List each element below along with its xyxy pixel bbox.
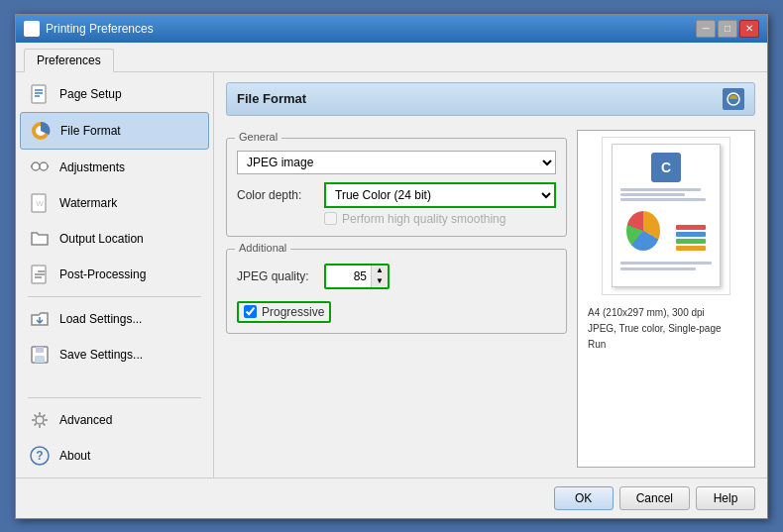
sidebar-label-output-location: Output Location [59,232,144,246]
main-panel: File Format General JPEG image PNG image [214,72,767,478]
ok-button[interactable]: OK [554,486,614,510]
sidebar-label-advanced: Advanced [59,413,112,427]
cancel-button[interactable]: Cancel [619,486,690,510]
svg-rect-0 [32,85,46,103]
general-group: General JPEG image PNG image BMP image T… [226,138,567,237]
watermark-icon: W [28,191,52,215]
svg-text:W: W [36,199,44,208]
adjustments-icon [28,156,52,179]
spinbox-down-button[interactable]: ▼ [372,276,388,287]
post-processing-icon [28,263,52,286]
sidebar-item-save-settings[interactable]: Save Settings... [20,337,209,372]
smoothing-checkbox[interactable] [324,212,337,225]
general-legend: General [235,131,281,143]
progressive-label: Progressive [262,305,324,319]
color-depth-select[interactable]: True Color (24 bit) Grayscale (8 bit) Bl… [324,182,556,208]
about-icon: ? [28,444,52,468]
panel-header: File Format [226,82,755,116]
preview-info-line-3: Run [588,337,744,353]
sidebar-item-post-processing[interactable]: Post-Processing [20,257,209,292]
jpeg-quality-spinbox: 85 ▲ ▼ [324,264,390,289]
svg-rect-14 [35,356,45,363]
smoothing-row: Perform high quality smoothing [237,212,556,226]
sidebar: Page Setup File Format Adjustments W Wat… [16,72,214,478]
save-settings-icon [28,343,52,367]
color-depth-row: Color depth: True Color (24 bit) Graysca… [237,182,556,208]
tab-preferences[interactable]: Preferences [24,49,114,72]
preview-panel: C [577,130,755,468]
format-select[interactable]: JPEG image PNG image BMP image TIFF imag… [237,151,556,174]
progressive-container: Progressive [237,295,556,323]
spinbox-up-button[interactable]: ▲ [372,266,388,276]
tabs-bar: Preferences [16,43,767,72]
preview-info-line-1: A4 (210x297 mm), 300 dpi [588,305,744,321]
content-area: Page Setup File Format Adjustments W Wat… [16,72,767,478]
doc-logo: C [651,153,681,182]
bottom-bar: OK Cancel Help [16,478,767,518]
title-bar: 🖨 Printing Preferences ─ □ ✕ [16,15,767,43]
preview-image: C [602,137,730,295]
color-depth-label: Color depth: [237,188,316,202]
preview-page: C [612,144,721,287]
sidebar-separator-1 [28,296,201,297]
sidebar-label-adjustments: Adjustments [59,160,125,174]
sidebar-item-adjustments[interactable]: Adjustments [20,150,209,185]
doc-icon-top: C [613,145,720,186]
jpeg-quality-label: JPEG quality: [237,269,316,283]
sidebar-item-page-setup[interactable]: Page Setup [20,76,209,112]
sidebar-item-output-location[interactable]: Output Location [20,221,209,257]
svg-point-15 [36,416,44,424]
jpeg-quality-input[interactable]: 85 [326,266,371,287]
preview-info-line-2: JPEG, True color, Single-page [588,321,744,337]
progressive-row: Progressive [237,301,331,323]
sidebar-separator-2 [28,397,201,398]
sidebar-item-watermark[interactable]: W Watermark [20,185,209,221]
additional-legend: Additional [235,242,290,254]
sidebar-label-watermark: Watermark [59,196,117,210]
load-settings-icon [28,307,52,331]
main-window: 🖨 Printing Preferences ─ □ ✕ Preferences… [15,14,768,519]
window-title: Printing Preferences [46,22,154,36]
sidebar-item-about[interactable]: ? About [20,438,209,474]
minimize-button[interactable]: ─ [696,20,716,38]
maximize-button[interactable]: □ [718,20,737,38]
sidebar-item-load-settings[interactable]: Load Settings... [20,301,209,337]
title-buttons: ─ □ ✕ [696,20,759,38]
form-section: General JPEG image PNG image BMP image T… [226,130,567,468]
progressive-checkbox[interactable] [244,305,257,318]
file-format-icon [29,119,53,143]
preview-table [676,225,706,253]
sidebar-label-file-format: File Format [60,124,121,138]
advanced-icon [28,408,52,432]
smoothing-label: Perform high quality smoothing [342,212,505,226]
svg-point-7 [32,162,40,170]
page-setup-icon [28,82,52,106]
close-button[interactable]: ✕ [739,20,759,38]
sidebar-label-load-settings: Load Settings... [59,312,142,326]
additional-group: Additional JPEG quality: 85 ▲ ▼ [226,249,567,334]
sidebar-spacer [20,372,209,393]
sidebar-label-about: About [59,449,90,463]
preview-info: A4 (210x297 mm), 300 dpi JPEG, True colo… [584,303,748,355]
panel-header-icon [723,88,744,110]
output-location-icon [28,227,52,251]
svg-point-8 [40,162,48,170]
sidebar-label-save-settings: Save Settings... [59,348,143,362]
svg-text:?: ? [36,449,43,463]
jpeg-quality-row: JPEG quality: 85 ▲ ▼ [237,264,556,289]
help-button[interactable]: Help [696,486,755,510]
sidebar-label-page-setup: Page Setup [59,87,122,101]
title-bar-left: 🖨 Printing Preferences [24,21,154,37]
sidebar-item-advanced[interactable]: Advanced [20,402,209,438]
sidebar-label-post-processing: Post-Processing [59,267,146,281]
preview-chart [626,211,660,251]
window-icon: 🖨 [24,21,40,37]
svg-rect-13 [36,347,44,353]
panel-body: General JPEG image PNG image BMP image T… [226,130,755,468]
panel-title: File Format [237,91,306,106]
spinbox-buttons: ▲ ▼ [371,266,388,287]
sidebar-item-file-format[interactable]: File Format [20,112,209,150]
